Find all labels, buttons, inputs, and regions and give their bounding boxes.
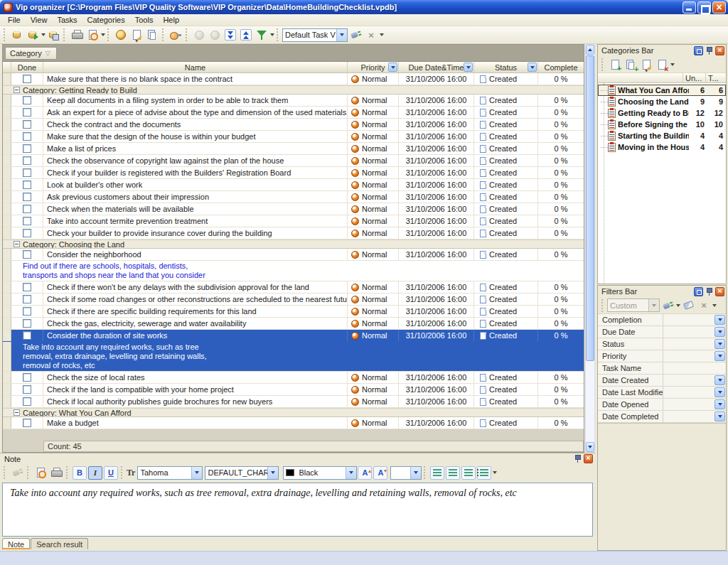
filters-toolbar-dropdown[interactable] [712,298,717,313]
add-category-button[interactable] [607,57,623,72]
clear-filter-button[interactable] [680,298,696,313]
total-header[interactable]: T... [706,73,726,82]
print-preview-dropdown[interactable] [100,27,105,43]
close-panel-button[interactable] [584,454,593,463]
category-name-header[interactable] [598,73,683,82]
collapse-icon[interactable] [14,409,20,416]
chevron-down-icon[interactable] [714,351,725,361]
menu-help[interactable]: Help [158,15,184,25]
apply-note-button[interactable] [9,465,25,480]
task-row[interactable]: Make a budgetNormal31/10/2006 16:00Creat… [3,417,584,429]
task-row[interactable]: Check when the materials will be availab… [3,203,584,215]
font-increase-button[interactable]: A [358,466,372,480]
note-print-button[interactable] [48,465,64,480]
column-header-priority[interactable]: Priority [348,62,399,72]
font-combo[interactable]: Tahoma [137,466,203,480]
category-item[interactable]: Getting Ready to Build1212 [598,107,726,119]
chevron-down-icon[interactable] [346,467,356,479]
clear-view-button[interactable]: × [363,27,379,43]
open-database-dropdown[interactable] [41,27,46,43]
italic-button[interactable]: I [88,466,102,480]
pin-icon[interactable] [705,46,714,55]
new-database-button[interactable] [9,27,25,43]
category-item[interactable]: Choosing the Land99 [598,96,726,107]
task-checkbox[interactable] [23,307,31,316]
print-preview-button[interactable] [85,27,100,43]
task-row[interactable]: Check the size of local ratesNormal31/10… [3,372,584,384]
task-checkbox[interactable] [23,229,31,237]
task-row[interactable]: Ask previous customers about their impre… [3,191,584,203]
pin-icon[interactable] [705,287,714,296]
chevron-down-icon[interactable] [714,315,725,325]
task-checkbox[interactable] [23,181,31,189]
task-row[interactable]: Make sure that the design of the house i… [3,131,584,143]
filter-value[interactable] [663,362,726,374]
close-button[interactable] [712,1,726,14]
task-checkbox[interactable] [23,397,31,406]
category-item[interactable]: Starting the Building44 [598,130,726,141]
task-row[interactable]: Take into account termite prevention tre… [3,215,584,227]
task-checkbox[interactable] [23,75,31,83]
color-combo[interactable]: Black [283,466,357,480]
apply-filter-button[interactable] [660,298,675,313]
font-size-combo[interactable] [390,466,422,480]
filter-value[interactable] [663,387,726,398]
task-checkbox[interactable] [23,419,31,427]
task-checkbox[interactable] [23,96,31,104]
menu-categories[interactable]: Categories [82,15,130,25]
add-subcategory-button[interactable] [623,57,638,72]
filter-button[interactable] [254,27,269,43]
task-row[interactable]: Look at builder's other workNormal31/10/… [3,179,584,191]
pin-icon[interactable] [573,454,582,463]
task-row[interactable]: Consider the neighborhoodNormal31/10/200… [3,249,584,261]
task-row[interactable]: Check if there are specific building req… [3,306,584,318]
column-header-name[interactable]: Name [43,62,348,72]
task-row[interactable]: Check if your builder is registered with… [3,167,584,179]
find-button[interactable] [168,27,183,43]
chevron-down-icon[interactable] [714,339,725,349]
task-row[interactable]: Consider the duration of site worksNorma… [3,330,584,342]
task-row[interactable]: Check the gas, electricity, sewerage and… [3,318,584,330]
apply-view-button[interactable] [348,27,363,43]
new-task-button[interactable] [113,27,129,43]
filter-value[interactable] [663,411,726,422]
save-database-button[interactable] [46,27,61,43]
task-checkbox[interactable] [23,250,31,259]
task-checkbox[interactable] [23,193,31,201]
note-text-area[interactable]: Take into account any required works, su… [2,483,593,537]
task-checkbox[interactable] [23,319,31,328]
chevron-down-icon[interactable] [714,387,725,397]
tab-search-result[interactable]: Search result [31,538,88,549]
task-checkbox[interactable] [23,295,31,303]
task-checkbox[interactable] [23,156,31,165]
task-row[interactable]: Check if local authority publishes guide… [3,396,584,408]
category-item[interactable]: Before Signing the Contract1010 [598,119,726,130]
expand-all-button[interactable] [223,27,238,43]
priority-filter-button[interactable] [388,63,397,72]
column-header-done[interactable]: Done [11,62,43,72]
edit-task-button[interactable] [129,27,144,43]
restore-button[interactable] [697,1,711,14]
duplicate-task-button[interactable] [144,27,160,43]
task-row[interactable]: Make sure that there is no blank space i… [3,73,584,85]
task-row[interactable]: Check if the land is compatible with you… [3,384,584,396]
close-panel-button[interactable] [715,46,724,55]
task-row[interactable]: Check if there won't be any delays with … [3,281,584,294]
complete-task-button[interactable] [191,27,207,43]
chevron-down-icon[interactable] [714,399,725,409]
minimize-button[interactable] [682,1,696,14]
bullet-list-button[interactable] [477,466,491,480]
close-panel-button[interactable] [715,287,724,296]
chevron-down-icon[interactable] [191,467,202,479]
chevron-down-icon[interactable] [336,29,347,41]
clear-view-dropdown[interactable] [379,27,384,43]
chevron-down-icon[interactable] [714,411,725,421]
task-row[interactable]: Check your builder to provide insurance … [3,227,584,240]
task-checkbox[interactable] [23,144,31,153]
scroll-down-button[interactable] [586,442,594,452]
align-left-button[interactable] [430,466,444,480]
delete-filter-button[interactable]: × [696,298,712,313]
print-button[interactable] [69,27,85,43]
float-panel-button[interactable] [694,287,703,296]
task-row[interactable]: Check the contract and the documentsNorm… [3,119,584,131]
